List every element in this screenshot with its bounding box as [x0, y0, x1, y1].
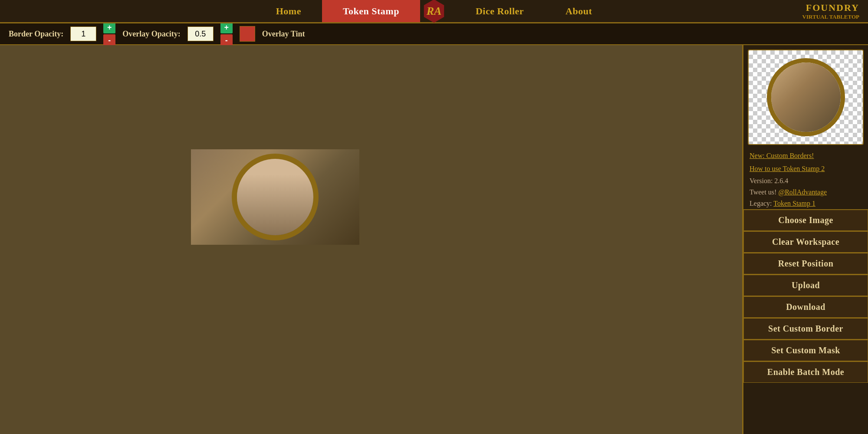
- reset-position-button[interactable]: Reset Position: [743, 253, 868, 274]
- token-circle-border: [232, 154, 319, 240]
- nav-item-dice-roller[interactable]: Dice Roller: [455, 0, 545, 22]
- token-character-image: [237, 159, 313, 235]
- preview-inner: [771, 62, 841, 132]
- border-opacity-minus[interactable]: -: [103, 34, 115, 46]
- new-borders-link[interactable]: New: Custom Borders!: [743, 149, 868, 162]
- clear-workspace-button[interactable]: Clear Workspace: [743, 231, 868, 253]
- nav-bar: Home Token Stamp Dice Roller About RA FO…: [0, 0, 868, 23]
- nav-item-home[interactable]: Home: [255, 0, 322, 22]
- nav-item-token-stamp[interactable]: Token Stamp: [322, 0, 420, 22]
- overlay-tint-label: Overlay Tint: [262, 30, 305, 39]
- foundry-logo: FOUNDRY VIRTUAL TABLETOP: [802, 2, 859, 20]
- set-custom-mask-button[interactable]: Set Custom Mask: [743, 340, 868, 361]
- canvas-token: [191, 149, 359, 245]
- preview-circle: [767, 58, 845, 136]
- overlay-opacity-minus[interactable]: -: [220, 34, 233, 46]
- nav-item-about[interactable]: About: [545, 0, 613, 22]
- canvas-area[interactable]: [0, 45, 742, 434]
- toolbar: Border Opacity: + - Overlay Opacity: + -…: [0, 23, 868, 45]
- sidebar: New: Custom Borders! How to use Token St…: [742, 45, 868, 434]
- overlay-opacity-input[interactable]: [187, 26, 214, 41]
- legacy-text: Legacy: Token Stamp 1: [743, 198, 868, 209]
- main-layout: New: Custom Borders! How to use Token St…: [0, 45, 868, 434]
- border-opacity-input[interactable]: [70, 26, 96, 41]
- logo-hex: RA: [422, 0, 446, 23]
- border-opacity-stepper: + -: [103, 21, 115, 46]
- border-opacity-label: Border Opacity:: [9, 30, 63, 39]
- token-image-container: [191, 149, 359, 245]
- token-preview-box: [748, 49, 864, 145]
- download-button[interactable]: Download: [743, 296, 868, 318]
- set-custom-border-button[interactable]: Set Custom Border: [743, 318, 868, 339]
- upload-button[interactable]: Upload: [743, 275, 868, 296]
- overlay-tint-swatch[interactable]: [240, 26, 255, 42]
- overlay-opacity-label: Overlay Opacity:: [122, 30, 180, 39]
- tweet-text: Tweet us! @RollAdvantage: [743, 187, 868, 198]
- enable-batch-mode-button[interactable]: Enable Batch Mode: [743, 362, 868, 383]
- tweet-handle-link[interactable]: @RollAdvantage: [778, 188, 827, 196]
- legacy-link[interactable]: Token Stamp 1: [773, 200, 815, 207]
- choose-image-button[interactable]: Choose Image: [743, 210, 868, 231]
- how-to-link[interactable]: How to use Token Stamp 2: [743, 162, 868, 175]
- version-text: Version: 2.6.4: [743, 175, 868, 187]
- nav-logo: RA: [422, 0, 446, 23]
- overlay-opacity-stepper: + -: [220, 21, 233, 46]
